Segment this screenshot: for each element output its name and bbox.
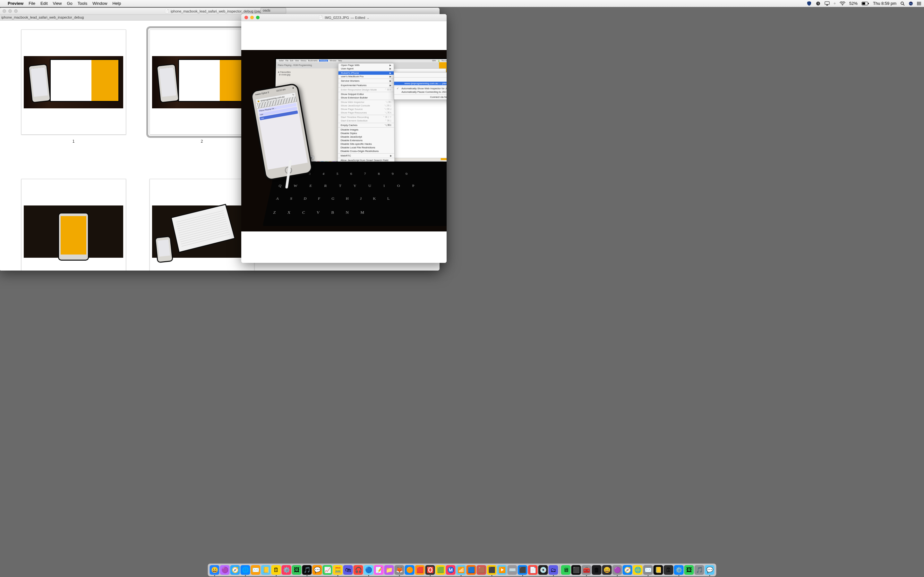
page-cell[interactable]: 1 bbox=[10, 29, 137, 143]
close-button[interactable] bbox=[244, 16, 248, 19]
macos-dock[interactable]: 😀🟣🧭🌐✉️📒🗓⚙️🖼🎵💬📈🧮🛍🎧🔵📝📁🦊🟠🟥🅾️🟩Ⓜ️📶🟦🟫⬛️▶️⌨️⬛️📄… bbox=[208, 564, 716, 576]
develop-menu-item: Disable Styles bbox=[338, 131, 394, 135]
develop-menu-item: Disable Site-specific Hacks bbox=[338, 142, 394, 146]
page-thumbnail[interactable] bbox=[21, 179, 126, 271]
page-thumbnail[interactable] bbox=[150, 179, 254, 271]
dock-app-icon[interactable]: ⚙️ bbox=[282, 565, 291, 575]
dock-app-icon[interactable]: ⚙️ bbox=[674, 565, 684, 575]
develop-menu-item: Disable Images bbox=[338, 128, 394, 131]
dock-app-icon[interactable]: 💬 bbox=[705, 565, 714, 575]
dock-app-icon[interactable]: 💬 bbox=[312, 565, 322, 575]
dock-app-icon[interactable]: 📄 bbox=[528, 565, 538, 575]
dock-app-icon[interactable]: 🎧 bbox=[354, 565, 363, 575]
dock-app-icon[interactable]: 📝 bbox=[374, 565, 384, 575]
wifi-icon[interactable] bbox=[840, 2, 845, 5]
dock-app-icon[interactable]: 🎵 bbox=[695, 565, 704, 575]
menu-help[interactable]: Help bbox=[112, 1, 121, 6]
menu-go[interactable]: Go bbox=[67, 1, 72, 6]
malwarebytes-icon[interactable] bbox=[806, 1, 812, 6]
develop-menu-item: Show JavaScript Console⌥⌘C bbox=[338, 104, 394, 107]
menu-window[interactable]: Window bbox=[92, 1, 107, 6]
titlebar[interactable]: iphone_macbook_lead_safari_web_inspector… bbox=[0, 8, 439, 15]
dock-app-icon[interactable]: 📁 bbox=[384, 565, 394, 575]
menu-view[interactable]: View bbox=[53, 1, 62, 6]
bluetooth-icon[interactable]: ⌖ bbox=[834, 1, 836, 6]
notification-center-icon[interactable] bbox=[917, 2, 921, 5]
svg-point-9 bbox=[917, 3, 918, 4]
zoom-button[interactable] bbox=[256, 16, 260, 19]
close-button[interactable] bbox=[3, 9, 6, 13]
document-icon bbox=[318, 15, 323, 19]
page-thumbnail[interactable] bbox=[21, 29, 126, 135]
menubar-clock[interactable]: Thu 8:59 pm bbox=[873, 1, 897, 6]
minimize-button[interactable] bbox=[8, 9, 12, 13]
airplay-icon[interactable] bbox=[825, 1, 830, 6]
background-window-tab[interactable]: oads bbox=[260, 8, 286, 13]
avast-icon[interactable] bbox=[816, 1, 821, 6]
dock-app-icon[interactable]: ⬛️ bbox=[572, 565, 581, 575]
dock-app-icon[interactable]: 🟩 bbox=[436, 565, 445, 575]
dock-app-icon[interactable]: 🗂 bbox=[549, 565, 558, 575]
battery-icon[interactable] bbox=[861, 2, 869, 5]
dock-app-icon[interactable]: ⌨️ bbox=[507, 565, 517, 575]
dock-app-icon[interactable]: 🎵 bbox=[302, 565, 312, 575]
svg-point-8 bbox=[917, 2, 918, 3]
dock-app-icon[interactable]: 🧭 bbox=[230, 565, 240, 575]
photo-content: Safari File Edit View History Bookmarks … bbox=[241, 50, 447, 231]
develop-menu-item: Show Page Source⌥⌘U bbox=[338, 107, 394, 111]
dock-app-icon[interactable]: 😀 bbox=[602, 565, 612, 575]
dock-app-icon[interactable]: 🟥 bbox=[415, 565, 425, 575]
dock-app-icon[interactable]: ⬛️ bbox=[518, 565, 527, 575]
dock-app-icon[interactable]: ✉️ bbox=[643, 565, 653, 575]
dock-app-icon[interactable]: 🦊 bbox=[395, 565, 404, 575]
titlebar[interactable]: IMG_0223.JPG — Edited bbox=[241, 14, 447, 21]
dock-app-icon[interactable]: 🔵 bbox=[364, 565, 373, 575]
spotlight-icon[interactable] bbox=[900, 1, 905, 6]
dock-app-icon[interactable]: 💿 bbox=[538, 565, 548, 575]
dock-app-icon[interactable]: 🟣 bbox=[612, 565, 622, 575]
dock-app-icon[interactable]: 🧮 bbox=[333, 565, 342, 575]
dock-app-icon[interactable]: 📒 bbox=[261, 565, 271, 575]
dock-app-icon[interactable]: ✉️ bbox=[251, 565, 260, 575]
develop-menu-item: Experimental Features bbox=[338, 84, 394, 87]
menu-tools[interactable]: Tools bbox=[78, 1, 87, 6]
dock-app-icon[interactable]: 🟠 bbox=[405, 565, 415, 575]
siri-icon[interactable] bbox=[909, 1, 913, 6]
edited-suffix: — Edited bbox=[351, 16, 365, 19]
menu-edit[interactable]: Edit bbox=[40, 1, 47, 6]
dock-app-icon[interactable]: 🗓 bbox=[271, 565, 281, 575]
app-name[interactable]: Preview bbox=[8, 1, 23, 6]
dock-app-icon[interactable]: 🛍 bbox=[343, 565, 353, 575]
dock-app-icon[interactable]: 🗓 bbox=[664, 565, 674, 575]
dock-app-icon[interactable]: 📶 bbox=[456, 565, 466, 575]
dock-app-icon[interactable]: 🟫 bbox=[477, 565, 486, 575]
dock-app-icon[interactable]: 🖥 bbox=[561, 565, 571, 575]
page-thumbnail-selected[interactable] bbox=[150, 29, 254, 135]
dock-app-icon[interactable]: 🌐 bbox=[633, 565, 643, 575]
dock-app-icon[interactable]: 📈 bbox=[323, 565, 333, 575]
develop-menu-item: Open Page With bbox=[338, 63, 394, 67]
safari-develop-menu: Open Page WithUser AgentRobert's iPhoneu… bbox=[338, 63, 395, 178]
dock-app-icon[interactable]: 🖼 bbox=[292, 565, 302, 575]
dock-app-icon[interactable]: 🧰 bbox=[582, 565, 591, 575]
dock-app-icon[interactable]: 😀 bbox=[210, 565, 220, 575]
dock-app-icon[interactable]: Ⓜ️ bbox=[446, 565, 456, 575]
dock-app-icon[interactable]: 🟣 bbox=[220, 565, 230, 575]
page-cell[interactable] bbox=[10, 179, 137, 271]
page-number: 1 bbox=[73, 139, 75, 143]
dock-app-icon[interactable]: ▶️ bbox=[497, 565, 507, 575]
develop-menu-item: Disable Extensions bbox=[338, 139, 394, 142]
dock-app-icon[interactable]: 🅾️ bbox=[425, 565, 435, 575]
dock-app-icon[interactable]: 🖼 bbox=[684, 565, 694, 575]
svg-rect-4 bbox=[863, 2, 865, 5]
dock-app-icon[interactable]: ⬛️ bbox=[487, 565, 497, 575]
dock-app-icon[interactable]: 🟦 bbox=[467, 565, 476, 575]
dock-app-icon[interactable]: 🗑 bbox=[592, 565, 602, 575]
minimize-button[interactable] bbox=[250, 16, 254, 19]
zoom-button[interactable] bbox=[14, 9, 18, 13]
menu-file[interactable]: File bbox=[29, 1, 35, 6]
dock-app-icon[interactable]: 📒 bbox=[654, 565, 663, 575]
dock-app-icon[interactable]: 🧭 bbox=[623, 565, 632, 575]
title-dropdown-icon[interactable] bbox=[367, 16, 369, 19]
dock-app-icon[interactable]: 🌐 bbox=[241, 565, 250, 575]
